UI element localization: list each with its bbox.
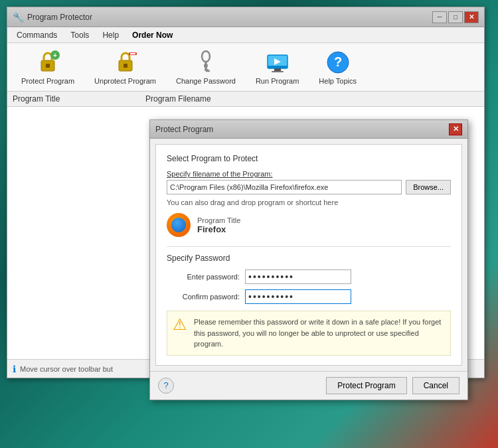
filename-field-label: Specify filename of the Program: xyxy=(167,170,451,178)
firefox-inner-icon xyxy=(171,218,186,232)
cancel-button[interactable]: Cancel xyxy=(412,377,459,394)
minimize-button[interactable]: ─ xyxy=(432,11,447,23)
toolbar: + Protect Program Unprotect Program xyxy=(7,43,484,92)
svg-rect-1 xyxy=(46,64,50,68)
run-program-icon xyxy=(264,49,291,76)
dialog-close-button[interactable]: ✕ xyxy=(449,123,462,135)
dialog-title: Protect Program xyxy=(155,125,213,134)
unprotect-program-icon xyxy=(112,49,139,76)
menu-order-now[interactable]: Order Now xyxy=(125,29,179,41)
program-name: Firefox xyxy=(197,224,240,234)
confirm-password-label: Confirm pasword: xyxy=(167,293,240,301)
warning-text: Please remember this password or write i… xyxy=(194,317,445,350)
status-icon: ℹ xyxy=(13,364,16,374)
change-password-icon xyxy=(193,49,219,76)
title-bar-buttons: ─ □ ✕ xyxy=(432,11,479,23)
toolbar-help-topics[interactable]: ? Help Topics xyxy=(310,46,365,88)
dialog-title-bar: Protect Program ✕ xyxy=(150,120,467,139)
toolbar-unprotect-program[interactable]: Unprotect Program xyxy=(86,46,165,88)
menu-bar: Commands Tools Help Order Now xyxy=(7,27,484,43)
dialog-help-button[interactable]: ? xyxy=(158,378,174,394)
protect-program-icon: + xyxy=(35,49,61,76)
menu-tools[interactable]: Tools xyxy=(64,29,96,41)
close-button[interactable]: ✕ xyxy=(464,11,479,23)
section1-label: Select Program to Protect xyxy=(167,154,451,163)
enter-password-input[interactable] xyxy=(245,269,351,284)
svg-rect-5 xyxy=(124,64,127,68)
app-icon: 🔧 xyxy=(13,12,23,23)
program-info: Program Title Firefox xyxy=(167,213,451,237)
toolbar-change-password[interactable]: Change Password xyxy=(167,46,244,88)
confirm-password-input[interactable] xyxy=(245,289,351,304)
column-headers: Program Title Program Filename xyxy=(7,92,484,107)
svg-text:+: + xyxy=(53,52,57,59)
toolbar-protect-program[interactable]: + Protect Program xyxy=(13,46,83,88)
toolbar-run-program[interactable]: Run Program xyxy=(247,46,307,88)
menu-commands[interactable]: Commands xyxy=(10,29,64,41)
firefox-icon xyxy=(167,213,191,237)
protect-program-dialog: Protect Program ✕ Select Program to Prot… xyxy=(149,119,468,400)
svg-rect-16 xyxy=(274,68,281,71)
change-password-label: Change Password xyxy=(176,77,236,85)
svg-point-8 xyxy=(202,51,210,62)
app-title: Program Protector xyxy=(27,13,92,22)
protect-program-button[interactable]: Protect Program xyxy=(326,377,406,394)
file-input-row: Browse... xyxy=(167,180,451,194)
svg-rect-17 xyxy=(272,71,284,72)
warning-icon: ⚠ xyxy=(173,317,187,350)
dialog-footer: ? Protect Program Cancel xyxy=(150,371,467,400)
dialog-content: Select Program to Protect Specify filena… xyxy=(155,144,462,366)
col-program-title: Program Title xyxy=(13,94,145,104)
confirm-password-row: Confirm pasword: xyxy=(167,289,451,304)
password-section: Specify Password Enter password: Confirm… xyxy=(167,246,451,356)
program-title-label: Program Title xyxy=(197,216,240,224)
filename-input[interactable] xyxy=(167,180,402,194)
protect-program-label: Protect Program xyxy=(21,77,74,85)
run-program-label: Run Program xyxy=(256,77,299,85)
svg-text:?: ? xyxy=(334,54,342,69)
svg-point-10 xyxy=(204,64,208,68)
title-bar: 🔧 Program Protector ─ □ ✕ xyxy=(7,7,484,27)
password-section-label: Specify Password xyxy=(167,254,451,263)
col-program-filename: Program Filename xyxy=(145,94,211,104)
title-bar-left: 🔧 Program Protector xyxy=(13,12,92,23)
help-topics-icon: ? xyxy=(325,49,351,76)
menu-help[interactable]: Help xyxy=(96,29,125,41)
help-topics-label: Help Topics xyxy=(319,77,357,85)
browse-button[interactable]: Browse... xyxy=(406,180,451,194)
maximize-button[interactable]: □ xyxy=(448,11,463,23)
enter-password-row: Enter password: xyxy=(167,269,451,284)
program-details: Program Title Firefox xyxy=(197,216,240,234)
status-text: Move cursor over toolbar but xyxy=(20,365,113,373)
unprotect-program-label: Unprotect Program xyxy=(94,77,156,85)
svg-rect-15 xyxy=(268,66,288,68)
drag-hint: You can also drag and drop program or sh… xyxy=(167,198,451,206)
warning-box: ⚠ Please remember this password or write… xyxy=(167,311,451,356)
enter-password-label: Enter password: xyxy=(167,273,240,281)
